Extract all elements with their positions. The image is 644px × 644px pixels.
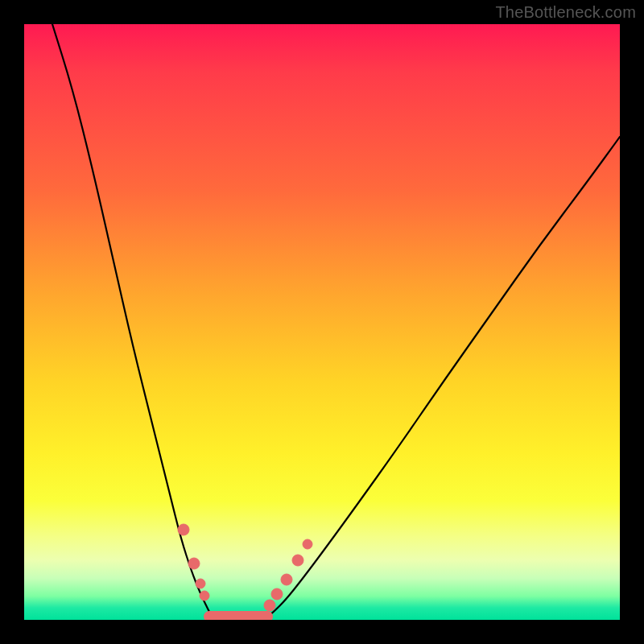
- curve-markers: [178, 524, 312, 611]
- watermark-label: TheBottleneck.com: [495, 3, 636, 22]
- curve-marker: [178, 524, 189, 535]
- curve-layer: [24, 24, 620, 620]
- curve-marker: [303, 539, 312, 549]
- curve-marker: [196, 579, 205, 588]
- curve-marker: [200, 591, 209, 601]
- right-curve: [266, 137, 620, 618]
- curve-marker: [188, 558, 200, 569]
- curve-marker: [292, 555, 303, 566]
- chart-frame: TheBottleneck.com: [0, 0, 644, 644]
- plot-area: [24, 24, 620, 620]
- curve-marker: [271, 588, 283, 600]
- curve-marker: [264, 600, 275, 611]
- curve-marker: [281, 574, 292, 585]
